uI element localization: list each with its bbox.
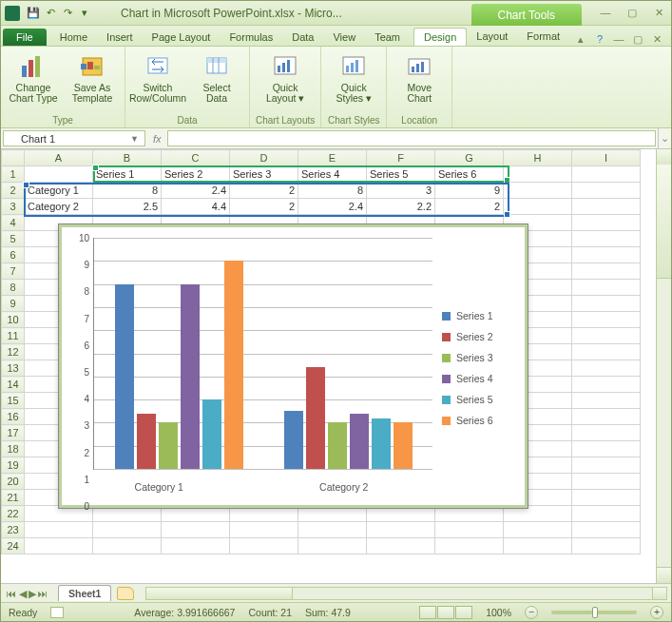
row-header-21[interactable]: 21	[2, 490, 25, 506]
cell-C2[interactable]: 2.4	[162, 183, 230, 199]
row-header-24[interactable]: 24	[2, 538, 25, 554]
col-header-C[interactable]: C	[162, 150, 230, 166]
cell-G23[interactable]	[435, 522, 504, 538]
restore-icon[interactable]: ▢	[624, 7, 641, 19]
save-icon[interactable]: 💾	[26, 6, 41, 21]
cell-I8[interactable]	[572, 280, 641, 296]
row-header-1[interactable]: 1	[2, 166, 25, 183]
cell-I6[interactable]	[572, 247, 641, 263]
row-header-20[interactable]: 20	[2, 474, 25, 490]
cell-A1[interactable]	[25, 166, 93, 183]
bar-series-2-category-2[interactable]	[306, 367, 325, 469]
col-header-A[interactable]: A	[25, 150, 93, 166]
row-header-23[interactable]: 23	[2, 522, 25, 538]
bar-series-3-category-2[interactable]	[328, 422, 347, 469]
save-as-template-button[interactable]: Save AsTemplate	[66, 49, 119, 104]
cell-A24[interactable]	[25, 538, 93, 554]
worksheet-grid[interactable]: ABCDEFGHI1Series 1Series 2Series 3Series…	[1, 149, 671, 583]
cell-I19[interactable]	[572, 457, 641, 474]
legend-item-series-1[interactable]: Series 1	[442, 310, 522, 321]
view-buttons[interactable]	[419, 606, 472, 619]
col-header-F[interactable]: F	[367, 150, 435, 166]
cell-B2[interactable]: 8	[93, 183, 162, 199]
row-header-16[interactable]: 16	[2, 409, 25, 425]
cell-C3[interactable]: 4.4	[162, 199, 230, 215]
formula-bar-expand-icon[interactable]: ⌄	[658, 128, 671, 148]
zoom-level[interactable]: 100%	[486, 607, 511, 618]
tab-team[interactable]: Team	[365, 29, 410, 46]
cell-I22[interactable]	[572, 506, 641, 522]
row-header-22[interactable]: 22	[2, 506, 25, 522]
vertical-scrollbar[interactable]	[656, 149, 671, 583]
tab-formulas[interactable]: Formulas	[220, 29, 282, 46]
tab-nav-first-icon[interactable]: ⏮	[7, 588, 17, 599]
cell-G3[interactable]: 2	[435, 199, 504, 215]
row-header-14[interactable]: 14	[2, 377, 25, 393]
cell-F23[interactable]	[367, 522, 435, 538]
cell-C1[interactable]: Series 2	[162, 166, 230, 183]
quick-layout--button[interactable]: QuickLayout ▾	[259, 49, 312, 104]
cell-D24[interactable]	[230, 538, 298, 554]
legend-item-series-3[interactable]: Series 3	[442, 352, 522, 363]
cell-B24[interactable]	[93, 538, 162, 554]
cell-I16[interactable]	[572, 409, 641, 425]
cell-H24[interactable]	[504, 538, 572, 554]
close-icon[interactable]: ✕	[650, 7, 667, 19]
bar-series-1-category-2[interactable]	[284, 411, 303, 469]
row-header-12[interactable]: 12	[2, 344, 25, 360]
cell-B1[interactable]: Series 1	[93, 166, 162, 183]
sheet-tab[interactable]: Sheet1	[58, 585, 111, 601]
row-header-7[interactable]: 7	[2, 263, 25, 280]
fx-icon[interactable]: fx	[153, 133, 162, 145]
cell-I15[interactable]	[572, 393, 641, 409]
tab-design[interactable]: Design	[413, 28, 467, 46]
row-header-4[interactable]: 4	[2, 215, 25, 231]
cell-A2[interactable]: Category 1	[25, 183, 93, 199]
bar-series-5-category-2[interactable]	[372, 418, 391, 469]
bar-series-4-category-1[interactable]	[181, 284, 200, 469]
row-header-18[interactable]: 18	[2, 441, 25, 457]
name-box[interactable]: Chart 1 ▼	[3, 130, 145, 146]
embedded-chart[interactable]: 012345678910Category 1Category 2 Series …	[58, 224, 528, 509]
tab-insert[interactable]: Insert	[97, 29, 143, 46]
tab-format[interactable]: Format	[517, 28, 569, 46]
legend-item-series-4[interactable]: Series 4	[442, 373, 522, 384]
cell-C24[interactable]	[162, 538, 230, 554]
cell-I13[interactable]	[572, 360, 641, 377]
mdi-min-icon[interactable]: —	[612, 33, 625, 46]
bar-series-6-category-2[interactable]	[394, 422, 413, 469]
row-header-17[interactable]: 17	[2, 425, 25, 441]
tab-nav-last-icon[interactable]: ⏭	[38, 588, 48, 599]
minimize-icon[interactable]: —	[597, 7, 614, 19]
bar-series-3-category-1[interactable]	[159, 422, 178, 469]
tab-view[interactable]: View	[323, 29, 365, 46]
cell-E2[interactable]: 8	[298, 183, 367, 199]
tab-layout[interactable]: Layout	[467, 28, 517, 46]
row-header-11[interactable]: 11	[2, 328, 25, 344]
tab-data[interactable]: Data	[282, 29, 323, 46]
row-header-10[interactable]: 10	[2, 312, 25, 328]
cell-E23[interactable]	[298, 522, 367, 538]
mdi-minimize-icon[interactable]: ▴	[574, 33, 587, 46]
legend-item-series-2[interactable]: Series 2	[442, 331, 522, 342]
cell-F3[interactable]: 2.2	[367, 199, 435, 215]
zoom-slider[interactable]	[551, 611, 637, 614]
col-header-D[interactable]: D	[230, 150, 298, 166]
cell-F2[interactable]: 3	[367, 183, 435, 199]
mdi-restore-icon[interactable]: ▢	[631, 33, 644, 46]
cell-I14[interactable]	[572, 377, 641, 393]
cell-E1[interactable]: Series 4	[298, 166, 367, 183]
formula-bar[interactable]	[167, 130, 656, 146]
cell-I2[interactable]	[572, 183, 641, 199]
cell-I21[interactable]	[572, 490, 641, 506]
cell-E3[interactable]: 2.4	[298, 199, 367, 215]
cell-C23[interactable]	[162, 522, 230, 538]
cell-F1[interactable]: Series 5	[367, 166, 435, 183]
cell-I3[interactable]	[572, 199, 641, 215]
tab-nav-next-icon[interactable]: ▶	[29, 588, 36, 599]
cell-H1[interactable]	[504, 166, 572, 183]
mdi-close-icon[interactable]: ✕	[650, 33, 663, 46]
col-header-H[interactable]: H	[504, 150, 572, 166]
quick-styles--button[interactable]: QuickStyles ▾	[327, 49, 380, 104]
cell-I10[interactable]	[572, 312, 641, 328]
